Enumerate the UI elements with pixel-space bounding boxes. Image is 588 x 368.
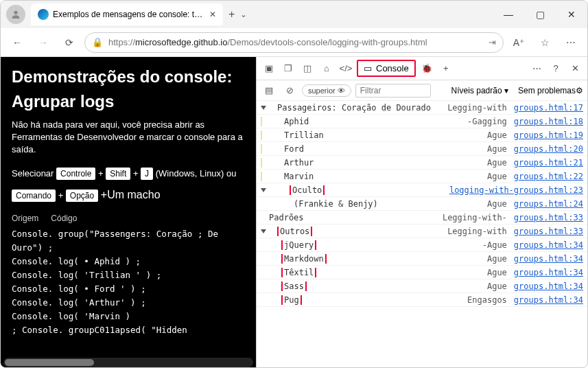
console-row-source: -Gagging bbox=[467, 117, 507, 126]
url-host: microsoftedge.github.io bbox=[135, 37, 227, 47]
console-row-link[interactable]: groups.html:33 bbox=[514, 213, 583, 222]
log-levels-dropdown[interactable]: Níveis padrão ▾ bbox=[451, 86, 508, 95]
read-aloud-button[interactable]: A⁺ bbox=[508, 32, 530, 54]
console-row[interactable]: Ocultologging-with-groups.html:23 bbox=[257, 183, 587, 197]
close-devtools-button[interactable]: ✕ bbox=[567, 60, 583, 77]
horizontal-scrollbar[interactable] bbox=[3, 358, 253, 367]
console-row[interactable]: (Frankie & Benjy)Aguegroups.html:24 bbox=[257, 197, 587, 211]
console-row-source: Legging-with- bbox=[443, 213, 507, 222]
console-row[interactable]: ArthurAguegroups.html:21 bbox=[257, 156, 587, 170]
context-selector[interactable]: superior 👁 bbox=[302, 84, 351, 97]
help-icon[interactable]: ? bbox=[548, 60, 564, 77]
console-row-link[interactable]: groups.html:34 bbox=[514, 295, 583, 305]
console-sidebar-toggle[interactable]: ▤ bbox=[261, 82, 277, 99]
console-row-link[interactable]: groups.html:19 bbox=[514, 130, 583, 140]
kbd-tail2: +Um macho bbox=[101, 189, 161, 200]
more-tabs-button[interactable]: + bbox=[438, 60, 454, 77]
expand-icon[interactable] bbox=[261, 229, 266, 233]
favorite-button[interactable]: ☆ bbox=[534, 32, 556, 54]
address-bar[interactable]: 🔒 https://microsoftedge.github.io/Demos/… bbox=[84, 32, 504, 53]
console-row[interactable]: MarvinAguegroups.html:22 bbox=[257, 170, 587, 183]
console-row-link[interactable]: groups.html:21 bbox=[514, 158, 583, 168]
console-row-source: Ague bbox=[487, 158, 507, 168]
code-line: Console. log( 'Trillian ' ) ; bbox=[12, 268, 245, 282]
console-row[interactable]: SassAguegroups.html:34 bbox=[257, 279, 587, 293]
console-row-link[interactable]: groups.html:33 bbox=[514, 227, 583, 236]
expand-icon[interactable] bbox=[261, 188, 266, 192]
console-row-link[interactable]: groups.html:18 bbox=[514, 117, 583, 126]
console-row[interactable]: FordAguegroups.html:20 bbox=[257, 142, 587, 156]
enter-site-icon[interactable]: ⇥ bbox=[489, 37, 496, 47]
kbd-j: J bbox=[141, 168, 153, 180]
browser-tab[interactable]: Exemplos de mensagens de console: traça … bbox=[31, 3, 223, 25]
url-scheme: https:// bbox=[108, 37, 135, 47]
kbd-cmd: Comando bbox=[12, 189, 56, 202]
console-row[interactable]: MarkdownAguegroups.html:34 bbox=[257, 252, 587, 266]
console-row-link[interactable]: groups.html:24 bbox=[514, 199, 583, 209]
tab-console-label: Console bbox=[376, 63, 409, 73]
console-row-source: Legging-with bbox=[447, 103, 507, 113]
console-row-link[interactable]: logging-with-groups.html:23 bbox=[449, 185, 583, 195]
clear-console-button[interactable]: ⊘ bbox=[281, 82, 298, 99]
tab-console[interactable]: ▭ Console bbox=[357, 60, 416, 77]
group-bar-icon bbox=[261, 130, 262, 140]
console-row-source: Ague bbox=[487, 281, 507, 291]
code-header-origin: Origem bbox=[12, 214, 38, 223]
console-row[interactable]: TrillianAguegroups.html:19 bbox=[257, 128, 587, 142]
welcome-icon[interactable]: ⌂ bbox=[318, 60, 335, 77]
device-icon[interactable]: ❐ bbox=[280, 60, 296, 77]
console-row[interactable]: PadrõesLegging-with-groups.html:33 bbox=[257, 211, 587, 225]
close-tab-icon[interactable]: ✕ bbox=[209, 10, 216, 19]
new-tab-button[interactable]: + bbox=[228, 8, 235, 21]
console-row[interactable]: PugEngasgosgroups.html:34 bbox=[257, 293, 587, 307]
console-row-link[interactable]: groups.html:22 bbox=[514, 172, 583, 181]
console-row-link[interactable]: groups.html:34 bbox=[514, 254, 583, 264]
svg-point-0 bbox=[14, 11, 17, 14]
elements-icon[interactable]: </> bbox=[338, 60, 354, 77]
console-row[interactable]: Aphid-Gagginggroups.html:18 bbox=[257, 115, 587, 128]
console-row-link[interactable]: groups.html:34 bbox=[514, 281, 583, 291]
console-row-link[interactable]: groups.html:20 bbox=[514, 144, 583, 154]
minimize-button[interactable]: — bbox=[493, 1, 524, 28]
expand-icon[interactable] bbox=[261, 106, 266, 110]
console-row[interactable]: TêxtilAguegroups.html:34 bbox=[257, 266, 587, 279]
console-row-link[interactable]: groups.html:34 bbox=[514, 240, 583, 250]
sources-icon[interactable]: 🐞 bbox=[419, 60, 435, 77]
refresh-button[interactable]: ⟳ bbox=[58, 32, 80, 54]
console-row-link[interactable]: groups.html:17 bbox=[514, 103, 583, 113]
back-button[interactable]: ← bbox=[6, 32, 28, 54]
console-row-source: Ague bbox=[487, 144, 507, 154]
inspect-icon[interactable]: ▣ bbox=[261, 60, 277, 77]
issues-button[interactable]: Sem problemas⚙ bbox=[518, 86, 583, 95]
group-bar-icon bbox=[261, 172, 262, 181]
kbd-shift: Shift bbox=[106, 168, 130, 180]
console-row[interactable]: Passageiros: Coração de DouradoLegging-w… bbox=[257, 101, 587, 115]
dock-icon[interactable]: ◫ bbox=[299, 60, 316, 77]
page-heading-2: Agrupar logs bbox=[12, 91, 245, 112]
tab-actions-button[interactable]: ⌄ bbox=[240, 10, 247, 19]
menu-button[interactable]: ⋯ bbox=[560, 32, 582, 54]
devtools-menu-button[interactable]: ⋯ bbox=[528, 60, 545, 77]
lock-icon: 🔒 bbox=[92, 37, 103, 47]
profile-avatar[interactable] bbox=[6, 5, 25, 24]
console-row-source: Ague bbox=[487, 199, 507, 209]
close-window-button[interactable]: ✕ bbox=[556, 1, 587, 28]
group-bar-icon bbox=[261, 117, 262, 126]
code-line: Console. log( • Aphid ) ; bbox=[12, 255, 245, 268]
filter-input[interactable] bbox=[355, 84, 431, 97]
code-block: Console. group("Passengers: Coração ; De… bbox=[12, 227, 245, 337]
select-label: Selecionar bbox=[12, 168, 54, 179]
console-row[interactable]: OutrosLegging-withgroups.html:33 bbox=[257, 225, 587, 238]
browser-toolbar: ← → ⟳ 🔒 https://microsoftedge.github.io/… bbox=[1, 28, 587, 57]
kbd-opt: Opção bbox=[66, 189, 98, 202]
console-row[interactable]: jQuery-Aguegroups.html:34 bbox=[257, 238, 587, 252]
console-row-link[interactable]: groups.html:34 bbox=[514, 268, 583, 277]
kbd-tail: (Windows, Linux) ou bbox=[156, 168, 237, 179]
console-output[interactable]: Passageiros: Coração de DouradoLegging-w… bbox=[257, 101, 587, 368]
maximize-button[interactable]: ▢ bbox=[524, 1, 556, 28]
code-line: Console. log( 'Arthur' ) ; bbox=[12, 296, 245, 310]
tab-title: Exemplos de mensagens de console: traça bbox=[53, 10, 205, 19]
console-row-source: -Ague bbox=[482, 240, 507, 250]
devtools-panel: ▣ ❐ ◫ ⌂ </> ▭ Console 🐞 + ⋯ ? ✕ ▤ ⊘ supe… bbox=[256, 57, 587, 368]
code-header-code: Código bbox=[51, 214, 77, 223]
